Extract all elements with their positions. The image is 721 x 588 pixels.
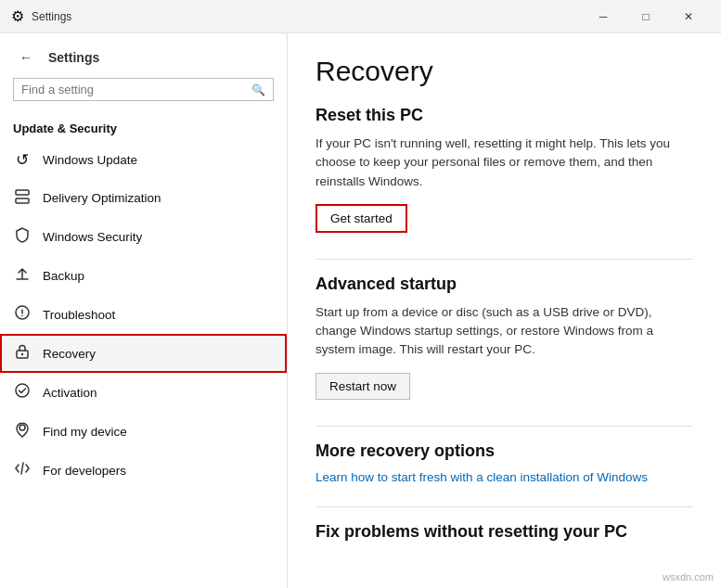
sidebar-item-activation[interactable]: Activation [0, 373, 287, 412]
windows-security-icon [13, 226, 32, 247]
divider-3 [315, 506, 693, 507]
divider-1 [315, 259, 693, 260]
reset-pc-description: If your PC isn't running well, resetting… [315, 134, 693, 191]
app-icon: ⚙ [11, 7, 24, 25]
sidebar-item-label: Backup [43, 269, 84, 283]
minimize-button[interactable]: ─ [582, 3, 624, 31]
sidebar-app-title: Settings [48, 50, 99, 65]
windows-update-icon: ↺ [13, 150, 32, 170]
backup-icon [13, 265, 32, 286]
clean-install-link[interactable]: Learn how to start fresh with a clean in… [315, 470, 693, 484]
svg-rect-1 [16, 198, 29, 203]
title-bar: ⚙ Settings ─ □ ✕ [0, 0, 721, 33]
app-body: ← Settings 🔍 Update & Security ↺ Windows… [0, 33, 721, 588]
troubleshoot-icon [13, 304, 32, 325]
svg-point-7 [16, 384, 29, 397]
sidebar-item-label: Find my device [43, 425, 127, 439]
sidebar-item-label: For developers [43, 464, 126, 478]
divider-2 [315, 426, 693, 427]
get-started-button[interactable]: Get started [315, 204, 407, 233]
title-bar-left: ⚙ Settings [11, 7, 71, 25]
sidebar-item-delivery-optimization[interactable]: Delivery Optimization [0, 179, 287, 217]
sidebar: ← Settings 🔍 Update & Security ↺ Windows… [0, 33, 288, 588]
recovery-icon [13, 343, 32, 364]
sidebar-item-windows-security[interactable]: Windows Security [0, 217, 287, 256]
sidebar-item-troubleshoot[interactable]: Troubleshoot [0, 295, 287, 334]
advanced-startup-description: Start up from a device or disc (such as … [315, 303, 693, 360]
main-panel: Recovery Reset this PC If your PC isn't … [288, 33, 721, 588]
advanced-startup-title: Advanced startup [315, 275, 693, 294]
section-label: Update & Security [0, 116, 287, 141]
search-box: 🔍 [13, 78, 274, 101]
fix-problems-title: Fix problems without resetting your PC [315, 522, 693, 542]
activation-icon [13, 382, 32, 403]
svg-point-4 [21, 315, 23, 317]
for-developers-icon [13, 460, 32, 480]
svg-rect-0 [16, 190, 29, 195]
close-button[interactable]: ✕ [667, 3, 710, 31]
back-button[interactable]: ← [13, 45, 39, 70]
sidebar-item-recovery[interactable]: Recovery [0, 334, 287, 373]
svg-point-6 [21, 353, 23, 355]
restart-now-button[interactable]: Restart now [315, 373, 410, 400]
sidebar-item-find-my-device[interactable]: Find my device [0, 412, 287, 451]
page-title: Recovery [315, 56, 693, 87]
delivery-optimization-icon [13, 188, 32, 208]
back-icon: ← [19, 50, 32, 65]
sidebar-item-windows-update[interactable]: ↺ Windows Update [0, 141, 287, 179]
sidebar-item-label: Windows Security [43, 230, 142, 244]
title-bar-title: Settings [32, 10, 71, 23]
sidebar-top: ← Settings [0, 33, 287, 78]
sidebar-item-label: Windows Update [43, 153, 137, 167]
sidebar-item-label: Activation [43, 386, 97, 400]
sidebar-item-label: Troubleshoot [43, 308, 115, 322]
title-bar-controls: ─ □ ✕ [582, 3, 710, 31]
search-input[interactable] [21, 83, 246, 96]
sidebar-item-backup[interactable]: Backup [0, 256, 287, 295]
sidebar-item-label: Recovery [43, 347, 96, 361]
sidebar-item-for-developers[interactable]: For developers [0, 451, 287, 490]
reset-pc-title: Reset this PC [315, 106, 693, 125]
svg-point-8 [19, 425, 25, 430]
search-icon: 🔍 [251, 83, 265, 96]
sidebar-item-label: Delivery Optimization [43, 191, 161, 205]
maximize-button[interactable]: □ [624, 3, 667, 31]
more-recovery-title: More recovery options [315, 441, 693, 461]
find-my-device-icon [13, 421, 32, 441]
